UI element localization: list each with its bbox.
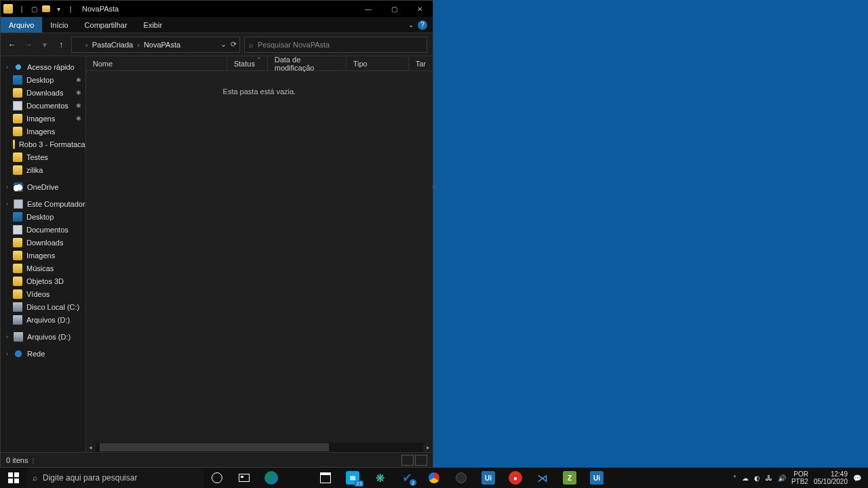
- breadcrumb-sep: ›: [136, 41, 141, 49]
- tab-home[interactable]: Início: [42, 17, 76, 33]
- taskbar: ⌕ Digite aqui para pesquisar ✉23 ❋ ✔2 Ui…: [0, 468, 868, 488]
- minimize-button[interactable]: —: [355, 1, 381, 17]
- scroll-track[interactable]: [96, 443, 423, 452]
- taskbar-search[interactable]: ⌕ Digite aqui para pesquisar: [27, 468, 203, 488]
- qat-dropdown-icon[interactable]: ▾: [52, 3, 64, 15]
- sidebar-pc-disk-c[interactable]: Disco Local (C:): [1, 300, 85, 313]
- tray-clock[interactable]: 12:4905/10/2020: [814, 470, 848, 485]
- refresh-button[interactable]: ⟳: [231, 40, 237, 49]
- taskbar-uipath[interactable]: Ui: [475, 468, 502, 488]
- taskbar-store[interactable]: [312, 468, 339, 488]
- column-name[interactable]: Nome: [86, 56, 227, 70]
- sidebar-item-desktop[interactable]: Desktop✱: [1, 73, 85, 86]
- sidebar-quick-access[interactable]: ›Acesso rápido: [1, 60, 85, 73]
- sidebar-pc-disk-d[interactable]: Arquivos (D:): [1, 313, 85, 326]
- column-size[interactable]: Tar: [409, 56, 433, 70]
- titlebar[interactable]: | ▢ ▾ | NovaPAsta — ▢ ✕: [1, 1, 433, 17]
- start-button[interactable]: [0, 468, 27, 488]
- sidebar-item-images[interactable]: Imagens✱: [1, 112, 85, 125]
- nav-bar: ← → ▾ ↑ › PastaCriada › NovaPAsta ⌄ ⟳ ⌕ …: [1, 33, 433, 56]
- address-dropdown-icon[interactable]: ⌄: [220, 40, 226, 49]
- scroll-left-icon[interactable]: ◂: [86, 443, 96, 452]
- system-tray[interactable]: ˄ ☁ ◐ 🖧 🔊 PORPTB2 12:4905/10/2020 💬: [733, 468, 868, 488]
- sidebar-pc-3d[interactable]: Objetos 3D: [1, 274, 85, 287]
- tray-language[interactable]: PORPTB2: [791, 470, 808, 485]
- taskbar-vscode[interactable]: ⋊: [529, 468, 556, 488]
- sidebar-item-zilika[interactable]: zilika: [1, 163, 85, 176]
- sidebar-pc-images[interactable]: Imagens: [1, 249, 85, 262]
- folder-icon: [3, 4, 13, 14]
- badge: 23: [355, 481, 363, 487]
- empty-folder-message: Esta pasta está vazia.: [86, 71, 433, 96]
- scroll-right-icon[interactable]: ▸: [423, 443, 433, 452]
- taskbar-app-fan[interactable]: ❋: [366, 468, 393, 488]
- breadcrumb-seg-0[interactable]: PastaCriada: [90, 41, 136, 49]
- sidebar-drive-d[interactable]: ›Arquivos (D:): [1, 330, 85, 343]
- horizontal-scrollbar[interactable]: ◂ ▸: [86, 443, 433, 452]
- ribbon-collapse-icon[interactable]: ⌄: [408, 21, 414, 28]
- taskbar-taskview[interactable]: [231, 468, 258, 488]
- close-button[interactable]: ✕: [407, 1, 433, 17]
- svg-rect-2: [8, 479, 13, 483]
- taskbar-cortana[interactable]: [203, 468, 231, 488]
- sidebar-network[interactable]: ›Rede: [1, 347, 85, 360]
- maximize-button[interactable]: ▢: [381, 1, 407, 17]
- sidebar-item-documents[interactable]: Documentos✱: [1, 99, 85, 112]
- tray-overflow-icon[interactable]: ˄: [733, 474, 736, 482]
- taskbar-obs[interactable]: [448, 468, 475, 488]
- tray-onedrive-icon[interactable]: ☁: [742, 474, 749, 482]
- qat-save-icon[interactable]: ▢: [28, 3, 40, 15]
- sidebar: ›Acesso rápido Desktop✱ Downloads✱ Docum…: [1, 56, 86, 452]
- column-modified[interactable]: Data de modificação: [268, 56, 347, 70]
- file-list-area[interactable]: ⌃ Nome Status Data de modificação Tipo T…: [86, 56, 433, 452]
- sidebar-item-downloads[interactable]: Downloads✱: [1, 86, 85, 99]
- sidebar-pc-documents[interactable]: Documentos: [1, 223, 85, 236]
- tray-app-icon[interactable]: ◐: [754, 474, 760, 482]
- nav-recent-dropdown[interactable]: ▾: [39, 39, 51, 51]
- taskbar-explorer[interactable]: [285, 468, 312, 488]
- taskbar-mail[interactable]: ✉23: [339, 468, 366, 488]
- tray-network-icon[interactable]: 🖧: [766, 474, 772, 482]
- sidebar-item-images-2[interactable]: Imagens: [1, 125, 85, 138]
- breadcrumb-seg-1[interactable]: NovaPAsta: [141, 41, 183, 49]
- sidebar-onedrive[interactable]: ›OneDrive: [1, 180, 85, 193]
- file-explorer-window: | ▢ ▾ | NovaPAsta — ▢ ✕ Arquivo Início C…: [0, 0, 433, 468]
- tab-share[interactable]: Compartilhar: [77, 17, 136, 33]
- help-icon[interactable]: ?: [418, 20, 427, 30]
- taskbar-uipath-2[interactable]: Ui: [583, 468, 610, 488]
- taskbar-app-z[interactable]: Z: [556, 468, 583, 488]
- taskbar-record[interactable]: ●: [502, 468, 529, 488]
- column-type[interactable]: Tipo: [347, 56, 409, 70]
- tab-file[interactable]: Arquivo: [1, 17, 42, 33]
- sidebar-pc-music[interactable]: Músicas: [1, 262, 85, 274]
- status-divider: |: [28, 456, 38, 464]
- sidebar-pc-videos[interactable]: Vídeos: [1, 287, 85, 300]
- taskbar-chrome[interactable]: [420, 468, 448, 488]
- pin-icon: ✱: [76, 89, 81, 96]
- svg-rect-3: [14, 479, 19, 483]
- sidebar-item-testes[interactable]: Testes: [1, 150, 85, 163]
- sidebar-this-pc[interactable]: ›Este Computador: [1, 197, 85, 210]
- tray-volume-icon[interactable]: 🔊: [778, 474, 786, 482]
- sidebar-pc-desktop[interactable]: Desktop: [1, 210, 85, 223]
- tray-notifications-icon[interactable]: 💬: [853, 474, 861, 482]
- nav-back-button[interactable]: ←: [6, 39, 18, 51]
- breadcrumb-sep: ›: [84, 41, 90, 49]
- sort-indicator-icon: ⌃: [256, 56, 262, 63]
- nav-forward-button[interactable]: →: [22, 39, 35, 51]
- address-folder-icon: [75, 41, 84, 49]
- tab-view[interactable]: Exibir: [136, 17, 171, 33]
- taskbar-uipath-studio[interactable]: ✔2: [393, 468, 420, 488]
- taskbar-edge[interactable]: [258, 468, 285, 488]
- search-input[interactable]: ⌕ Pesquisar NovaPAsta: [244, 37, 427, 53]
- sidebar-item-robo3[interactable]: Robo 3 - Formataca: [1, 138, 85, 150]
- pin-icon: ✱: [76, 115, 81, 122]
- qat-folder-icon[interactable]: [40, 3, 52, 15]
- view-details-icon[interactable]: [401, 455, 414, 466]
- scroll-thumb[interactable]: [100, 443, 329, 451]
- pin-icon: ✱: [76, 77, 81, 83]
- nav-up-button[interactable]: ↑: [55, 39, 67, 51]
- address-bar[interactable]: › PastaCriada › NovaPAsta ⌄ ⟳: [71, 37, 240, 53]
- sidebar-pc-downloads[interactable]: Downloads: [1, 236, 85, 249]
- view-large-icon[interactable]: [415, 455, 427, 466]
